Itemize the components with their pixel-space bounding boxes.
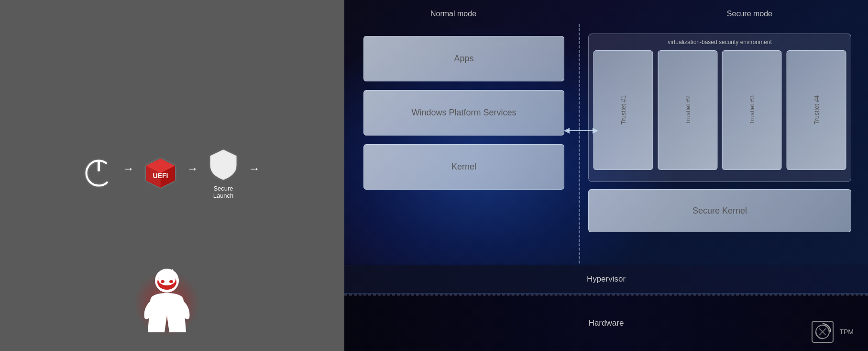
arrow-2: → bbox=[187, 161, 198, 175]
trustlet-4: Trustlet #4 bbox=[787, 50, 846, 170]
vbs-label: virtualization-based security environmen… bbox=[593, 39, 846, 45]
attacker-figure bbox=[141, 265, 193, 340]
hypervisor-bar: Hypervisor bbox=[344, 265, 868, 294]
secure-mode-label: Secure mode bbox=[727, 10, 772, 18]
tpm-label: TPM bbox=[839, 328, 854, 336]
attacker-container bbox=[141, 265, 193, 341]
left-panel: → UEFI → Secure Launch bbox=[0, 0, 344, 351]
normal-mode-label: Normal mode bbox=[430, 10, 476, 18]
shield-icon-container: Secure Launch bbox=[208, 147, 239, 199]
trustlet-2: Trustlet #2 bbox=[658, 50, 718, 170]
wps-box: Windows Platform Services bbox=[363, 90, 564, 136]
uefi-icon: UEFI bbox=[144, 156, 177, 190]
trustlet-3: Trustlet #3 bbox=[722, 50, 782, 170]
attacker-arrow: ↑ bbox=[170, 266, 175, 277]
svg-point-11 bbox=[169, 280, 173, 283]
trustlet-1: Trustlet #1 bbox=[593, 50, 653, 170]
apps-box: Apps bbox=[363, 36, 564, 81]
kernel-box: Kernel bbox=[363, 144, 564, 190]
secure-launch-label: Secure Launch bbox=[208, 184, 239, 199]
svg-text:UEFI: UEFI bbox=[153, 171, 168, 179]
shield-icon bbox=[208, 147, 239, 181]
power-icon bbox=[85, 159, 113, 187]
svg-point-10 bbox=[161, 280, 165, 283]
kernel-arrow bbox=[564, 126, 598, 136]
rp-inner: Normal mode Secure mode Apps Windows Pla… bbox=[344, 0, 868, 351]
trustlets-row: Trustlet #1 Trustlet #2 Trustlet #3 Trus… bbox=[593, 50, 846, 170]
kernel-link-arrow bbox=[564, 126, 598, 136]
boot-flow: → UEFI → Secure Launch bbox=[85, 147, 260, 199]
secure-kernel-box: Secure Kernel bbox=[588, 189, 851, 232]
uefi-icon-container: UEFI bbox=[144, 156, 177, 190]
vbs-box: virtualization-based security environmen… bbox=[588, 34, 851, 182]
tpm-icon bbox=[811, 320, 835, 344]
tpm-container: TPM bbox=[811, 320, 854, 344]
arrow-3: → bbox=[249, 161, 260, 175]
power-icon-container bbox=[85, 159, 113, 187]
hardware-bar: Hardware TPM bbox=[344, 294, 868, 351]
right-panel: Normal mode Secure mode Apps Windows Pla… bbox=[344, 0, 868, 351]
arrow-1: → bbox=[123, 161, 134, 175]
